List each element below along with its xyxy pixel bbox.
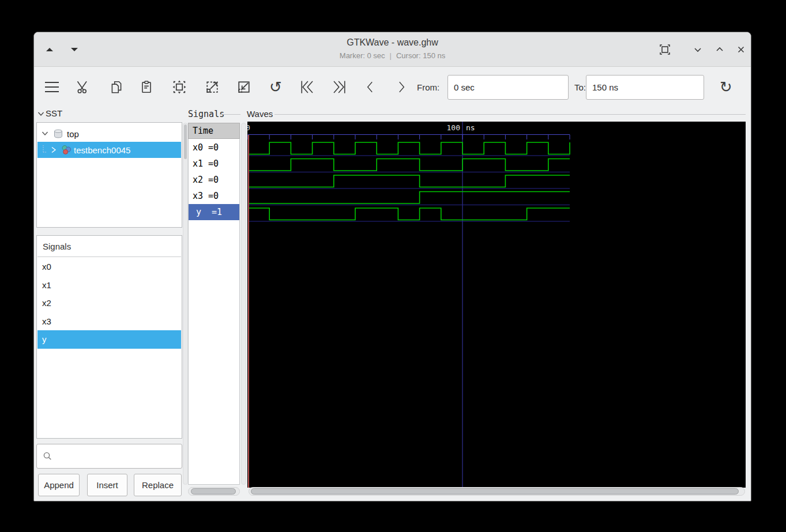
signal-value-row-x1[interactable]: x1 =0 <box>189 156 239 172</box>
zoom-fit-button[interactable] <box>167 75 191 99</box>
paste-clipboard-icon <box>139 80 154 95</box>
waveform-plot: 0100ns <box>247 122 746 488</box>
toolbar: ↺ From: To: ↻ <box>34 67 751 107</box>
vertical-scrollbar-thumb[interactable] <box>184 124 187 159</box>
waves-hscroll-thumb[interactable] <box>251 488 739 495</box>
tree-guide-dots <box>43 145 47 154</box>
module-cylinder-icon <box>53 129 63 139</box>
skip-to-start-button[interactable] <box>295 75 319 99</box>
chevron-left-icon <box>363 79 378 95</box>
signal-value-row-x3[interactable]: x3 =0 <box>189 188 239 204</box>
pane-splitter[interactable] <box>241 123 246 485</box>
time-header[interactable]: Time <box>188 123 240 139</box>
skip-to-start-icon <box>298 78 315 96</box>
tree-row-testbench[interactable]: testbench0045 <box>37 142 181 158</box>
gtkwave-window: GTKWave - wave.ghw Marker: 0 sec|Cursor:… <box>33 32 751 501</box>
undo-icon: ↺ <box>269 80 282 95</box>
wave-canvas[interactable]: 0100ns <box>247 122 746 488</box>
zoom-in-icon <box>236 79 252 95</box>
vertical-scrollbar-left[interactable] <box>183 123 188 485</box>
status-separator: | <box>390 51 392 60</box>
signal-list-item-y[interactable]: y <box>37 330 181 349</box>
keep-above-icon <box>659 43 671 56</box>
to-label: To: <box>574 67 586 107</box>
to-input[interactable] <box>586 75 704 100</box>
cursor-status: Cursor: 150 ns <box>396 51 445 60</box>
zoom-out-icon <box>204 79 220 95</box>
skip-to-end-icon <box>331 78 348 96</box>
paste-button[interactable] <box>134 75 159 99</box>
timeline-label-0: 0 <box>247 123 250 132</box>
signals-frame-label: Signals <box>188 109 224 119</box>
chevron-up-icon <box>714 44 725 55</box>
waves-frame-line <box>274 114 746 115</box>
search-icon <box>43 451 52 461</box>
tree-label-testbench[interactable]: testbench0045 <box>74 145 130 155</box>
signal-browser: Signals x0x1x2x3y <box>36 235 182 439</box>
titlebar[interactable]: GTKWave - wave.ghw Marker: 0 sec|Cursor:… <box>34 32 751 67</box>
tree-row-top[interactable]: top <box>37 126 181 142</box>
waves-hscrollbar[interactable] <box>249 487 745 496</box>
step-right-button[interactable] <box>389 75 413 99</box>
tree-label-top[interactable]: top <box>67 129 79 139</box>
signal-value-row-y[interactable]: y =1 <box>189 204 239 220</box>
waves-frame-label: Waves <box>247 109 273 119</box>
keep-above-button[interactable] <box>656 41 674 58</box>
reload-icon: ↻ <box>720 80 732 95</box>
status-line: Marker: 0 sec|Cursor: 150 ns <box>34 51 751 60</box>
maximize-button[interactable] <box>711 41 728 58</box>
sst-expander-icon[interactable] <box>37 111 44 117</box>
undo-button[interactable]: ↺ <box>264 75 288 99</box>
search-input[interactable] <box>52 444 182 468</box>
sst-frame-label: SST <box>46 108 62 118</box>
chevron-down-icon <box>693 44 703 55</box>
marker-status: Marker: 0 sec <box>340 51 385 60</box>
timeline-label-100: 100 <box>447 123 460 132</box>
zoom-fit-icon <box>171 79 187 95</box>
close-icon <box>736 44 746 55</box>
timeline-unit-ns: ns <box>466 123 475 132</box>
skip-to-end-button[interactable] <box>328 75 352 99</box>
signal-list-item-x1[interactable]: x1 <box>37 276 181 295</box>
trace-x2[interactable] <box>248 175 570 187</box>
zoom-out-button[interactable] <box>200 75 224 99</box>
trace-x1[interactable] <box>248 159 570 171</box>
from-label: From: <box>417 67 439 107</box>
signals-hscrollbar[interactable] <box>188 487 240 496</box>
close-button[interactable] <box>732 41 750 58</box>
expander-down-icon[interactable] <box>42 131 48 137</box>
signals-hscroll-thumb[interactable] <box>191 488 236 495</box>
chevron-right-icon <box>394 79 409 95</box>
copy-icon <box>109 80 124 95</box>
trace-x3[interactable] <box>248 192 570 204</box>
insert-button[interactable]: Insert <box>87 474 127 496</box>
trace-y[interactable] <box>248 208 570 220</box>
signal-list-item-x3[interactable]: x3 <box>37 312 181 331</box>
scissors-icon <box>76 80 91 95</box>
replace-button[interactable]: Replace <box>134 474 182 496</box>
sst-tree: top testbench0045 <box>36 122 182 228</box>
signal-list-item-x2[interactable]: x2 <box>37 294 181 312</box>
minimize-button[interactable] <box>689 41 706 58</box>
window-title: GTKWave - wave.ghw <box>34 37 751 48</box>
hierarchy-spheres-icon <box>61 145 72 155</box>
hamburger-menu-icon <box>43 80 61 95</box>
reload-button[interactable]: ↻ <box>714 75 738 99</box>
signal-search[interactable] <box>36 444 182 469</box>
desktop-background: GTKWave - wave.ghw Marker: 0 sec|Cursor:… <box>0 0 786 532</box>
signal-browser-header[interactable]: Signals <box>37 236 181 257</box>
zoom-in-button[interactable] <box>232 75 256 99</box>
signal-list-item-x0[interactable]: x0 <box>37 258 181 276</box>
signal-value-row-x0[interactable]: x0 =0 <box>189 139 239 156</box>
from-input[interactable] <box>447 75 569 100</box>
copy-button[interactable] <box>104 75 129 99</box>
step-left-button[interactable] <box>358 75 382 99</box>
signal-value-row-x2[interactable]: x2 =0 <box>189 172 239 188</box>
cut-button[interactable] <box>71 75 95 99</box>
trace-x0[interactable] <box>248 142 570 154</box>
menu-button[interactable] <box>40 75 64 99</box>
signals-frame-line <box>220 114 240 115</box>
append-button[interactable]: Append <box>38 474 80 496</box>
expander-right-icon[interactable] <box>51 146 57 153</box>
